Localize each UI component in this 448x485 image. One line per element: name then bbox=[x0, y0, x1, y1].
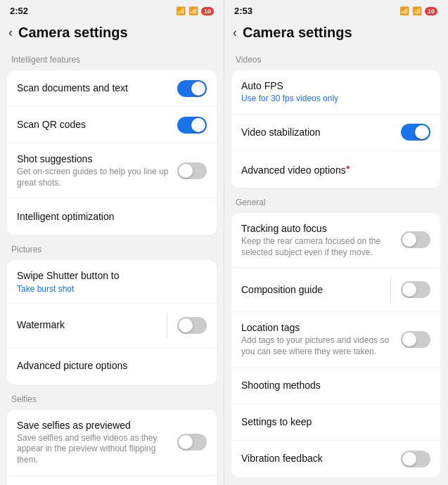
row-watermark: Watermark bbox=[7, 304, 217, 348]
auto-fps-title: Auto FPS bbox=[241, 79, 423, 92]
row-auto-fps[interactable]: Auto FPS Use for 30 fps videos only bbox=[231, 70, 440, 115]
card-videos: Auto FPS Use for 30 fps videos only Vide… bbox=[231, 70, 440, 188]
row-tracking-focus: Tracking auto focus Keep the rear camera… bbox=[231, 213, 440, 268]
composition-divider bbox=[390, 277, 391, 302]
row-save-selfies: Save selfies as previewed Save selfies a… bbox=[7, 410, 217, 476]
watermark-title: Watermark bbox=[17, 318, 160, 331]
row-scan-documents: Scan documents and text bbox=[7, 70, 217, 107]
video-stabilization-toggle[interactable] bbox=[401, 124, 430, 141]
status-icons-left: 📶 📶 10 bbox=[176, 6, 214, 15]
location-tags-toggle[interactable] bbox=[401, 331, 430, 348]
status-bar-right: 2:53 📶 📶 10 bbox=[224, 0, 447, 19]
scroll-content-right: Videos Auto FPS Use for 30 fps videos on… bbox=[224, 48, 447, 485]
vibration-feedback-toggle[interactable] bbox=[401, 451, 430, 467]
scan-documents-toggle[interactable] bbox=[177, 80, 207, 97]
signal-icon: 📶 bbox=[188, 6, 198, 15]
notification-badge-right: 10 bbox=[425, 7, 437, 15]
status-time-right: 2:53 bbox=[234, 6, 252, 16]
header-left: ‹ Camera settings bbox=[0, 19, 224, 48]
video-stabilization-title: Video stabilization bbox=[241, 126, 394, 138]
card-general: Tracking auto focus Keep the rear camera… bbox=[231, 213, 440, 477]
status-icons-right: 📶 📶 10 bbox=[399, 6, 437, 15]
row-swipe-shutter[interactable]: Swipe Shutter button to Take burst shot bbox=[7, 260, 217, 303]
shot-suggestions-title: Shot suggestions bbox=[17, 153, 170, 165]
signal-icon-right: 📶 bbox=[412, 6, 422, 15]
header-right: ‹ Camera settings bbox=[224, 19, 447, 48]
advanced-video-title: Advanced video options● bbox=[241, 162, 423, 176]
vibration-feedback-title: Vibration feedback bbox=[241, 452, 394, 465]
scan-qr-title: Scan QR codes bbox=[17, 118, 170, 131]
tracking-focus-toggle[interactable] bbox=[401, 231, 430, 248]
advanced-video-dot: ● bbox=[346, 163, 350, 171]
row-swipe-cameras: Swipe up/down to switch cameras bbox=[7, 476, 217, 485]
page-title-left: Camera settings bbox=[18, 25, 128, 41]
notification-badge-left: 10 bbox=[201, 7, 214, 15]
page-title-right: Camera settings bbox=[243, 25, 352, 41]
row-vibration-feedback: Vibration feedback bbox=[231, 441, 440, 477]
auto-fps-sub: Use for 30 fps videos only bbox=[241, 93, 423, 105]
intelligent-optimization-title: Intelligent optimization bbox=[17, 210, 200, 223]
row-location-tags: Location tags Add tags to your pictures … bbox=[231, 312, 440, 367]
section-label-pictures: Pictures bbox=[0, 238, 224, 257]
row-settings-to-keep[interactable]: Settings to keep bbox=[231, 404, 440, 441]
status-time-left: 2:52 bbox=[10, 6, 28, 16]
section-label-general: General bbox=[224, 190, 447, 210]
section-label-selfies: Selfies bbox=[0, 387, 224, 407]
wifi-icon-right: 📶 bbox=[399, 6, 409, 15]
card-intelligent-features: Scan documents and text Scan QR codes Sh… bbox=[7, 70, 217, 235]
shooting-methods-title: Shooting methods bbox=[241, 379, 423, 392]
composition-guide-title: Composition guide bbox=[241, 283, 383, 296]
swipe-shutter-title: Swipe Shutter button to bbox=[17, 269, 200, 282]
tracking-focus-sub: Keep the rear camera focused on the sele… bbox=[241, 236, 394, 258]
panel-left: 2:52 📶 📶 10 ‹ Camera settings Intelligen… bbox=[0, 0, 224, 485]
row-advanced-video[interactable]: Advanced video options● bbox=[231, 151, 440, 188]
settings-to-keep-title: Settings to keep bbox=[241, 415, 423, 428]
row-shooting-methods[interactable]: Shooting methods bbox=[231, 368, 440, 404]
advanced-picture-title: Advanced picture options bbox=[17, 359, 200, 372]
section-label-privacy: Privacy bbox=[224, 480, 447, 485]
shot-suggestions-toggle[interactable] bbox=[177, 162, 207, 179]
save-selfies-sub: Save selfies and selfie videos as they a… bbox=[17, 433, 170, 466]
wifi-icon: 📶 bbox=[176, 6, 186, 15]
card-pictures: Swipe Shutter button to Take burst shot … bbox=[7, 260, 217, 384]
tracking-focus-title: Tracking auto focus bbox=[241, 222, 394, 235]
row-scan-qr: Scan QR codes bbox=[7, 107, 217, 143]
section-label-videos: Videos bbox=[224, 48, 447, 67]
row-composition-guide: Composition guide bbox=[231, 268, 440, 312]
section-label-intelligent: Intelligent features bbox=[0, 48, 224, 67]
scan-qr-toggle[interactable] bbox=[177, 117, 207, 134]
watermark-divider bbox=[167, 313, 167, 338]
card-selfies: Save selfies as previewed Save selfies a… bbox=[7, 410, 217, 485]
composition-guide-toggle[interactable] bbox=[401, 281, 430, 298]
row-video-stabilization: Video stabilization bbox=[231, 115, 440, 151]
location-tags-title: Location tags bbox=[241, 321, 394, 334]
location-tags-sub: Add tags to your pictures and videos so … bbox=[241, 335, 394, 357]
watermark-toggle[interactable] bbox=[177, 317, 207, 334]
panel-right: 2:53 📶 📶 10 ‹ Camera settings Videos Aut… bbox=[224, 0, 447, 485]
back-button-left[interactable]: ‹ bbox=[8, 25, 13, 40]
row-intelligent-optimization[interactable]: Intelligent optimization bbox=[7, 198, 217, 235]
scan-documents-title: Scan documents and text bbox=[17, 82, 170, 94]
row-shot-suggestions: Shot suggestions Get on-screen guides to… bbox=[7, 143, 217, 198]
status-bar-left: 2:52 📶 📶 10 bbox=[0, 0, 224, 19]
save-selfies-toggle[interactable] bbox=[177, 434, 207, 451]
row-advanced-picture[interactable]: Advanced picture options bbox=[7, 348, 217, 384]
shot-suggestions-sub: Get on-screen guides to help you line up… bbox=[17, 167, 170, 188]
save-selfies-title: Save selfies as previewed bbox=[17, 419, 170, 432]
back-button-right[interactable]: ‹ bbox=[233, 25, 237, 40]
swipe-shutter-link: Take burst shot bbox=[17, 284, 200, 294]
scroll-content-left: Intelligent features Scan documents and … bbox=[0, 48, 224, 485]
